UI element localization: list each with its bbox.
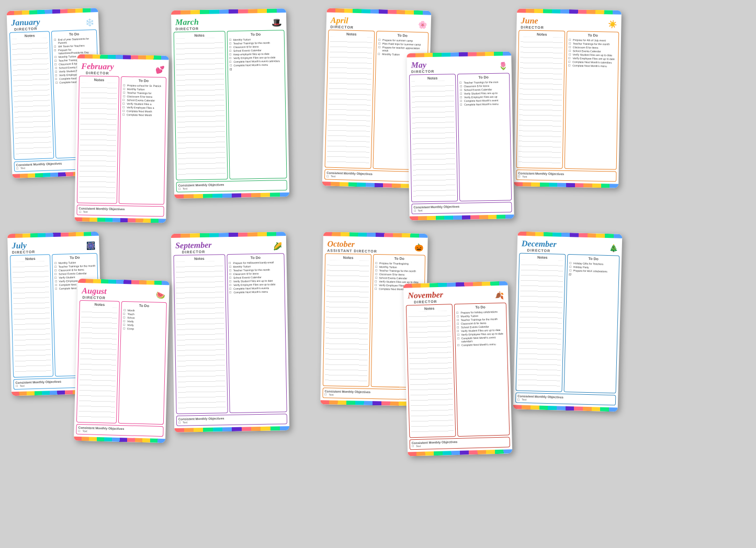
notes-section-may: Notes: [409, 74, 458, 202]
todo-item: Complete Next Month's menu: [457, 342, 505, 347]
todo-title-september: To Do: [229, 255, 282, 260]
page-container: January DIRECTOR ❄️ Notes To Do End of y…: [0, 0, 756, 548]
month-title-september: September: [175, 241, 212, 250]
todo-section-june: To Do Prepare for 4th of July event Teac…: [565, 31, 619, 170]
role-label-july: DIRECTOR: [12, 250, 36, 254]
notes-title-december: Notes: [521, 255, 563, 260]
role-label-february: DIRECTOR: [81, 71, 114, 75]
notes-title-september: Notes: [175, 256, 223, 261]
deco-december: 🎄: [609, 244, 618, 252]
deco-april: 🌸: [418, 20, 427, 29]
notes-section-june: Notes: [516, 30, 566, 169]
notes-section-september: Notes: [173, 254, 228, 414]
objectives-february: Consistent Monthly Objectives Text: [76, 205, 164, 217]
month-title-october: October: [327, 239, 377, 249]
notes-section-april: Notes: [324, 30, 375, 169]
month-title-december: December: [522, 239, 557, 249]
notes-section-january: Notes: [9, 31, 54, 160]
todo-title-december: To Do: [569, 256, 617, 261]
card-may: May DIRECTOR 🌷 Notes To Do Teacher Train…: [407, 51, 514, 220]
notes-section-november: Notes: [406, 304, 456, 438]
notes-title-january: Notes: [12, 33, 48, 38]
todo-item: Comp: [123, 326, 164, 331]
notes-title-february: Notes: [81, 78, 117, 82]
deco-september: 🌽: [273, 242, 282, 250]
rainbow-stripe-bottom-feb: [74, 217, 166, 223]
notes-title-july: Notes: [12, 256, 48, 261]
month-title-november: November: [408, 290, 443, 301]
card-june: June DIRECTOR ☀️ Notes To Do Prepare for…: [514, 8, 622, 188]
card-march: March DIRECTOR 🎩 Notes To Do Monthly Tui…: [171, 8, 289, 199]
todo-section-august: To Do Month Teach Schoo Verify Verify Co…: [118, 301, 167, 425]
role-label-june: DIRECTOR: [521, 25, 544, 29]
deco-feb: 💕: [155, 65, 164, 74]
todo-section-february: To Do Prepare school for St. Patrick Mon…: [119, 76, 166, 204]
deco-august: 🍉: [156, 290, 165, 299]
notes-title-june: Notes: [521, 32, 563, 36]
month-title-january: January: [11, 17, 40, 28]
card-november: November DIRECTOR 🍂 Notes To Do Prepare …: [403, 281, 513, 456]
notes-lines-march: [176, 38, 225, 178]
todo-item: Complete Next Month: [122, 112, 164, 117]
role-label-august: DIRECTOR: [82, 295, 106, 300]
todo-item: Complete Next Month's menu: [568, 63, 616, 68]
objectives-august: Consistent Monthly Objectives Text: [76, 424, 163, 437]
role-label-may: DIRECTOR: [411, 70, 435, 74]
notes-section-march: Notes: [174, 31, 228, 180]
deco-march: 🎩: [272, 17, 282, 27]
objectives-march: Consistent Monthly Objectives Text: [176, 180, 287, 192]
month-title-march: March: [175, 17, 199, 27]
role-label-september: DIRECTOR: [175, 250, 211, 254]
todo-title-april: To Do: [378, 33, 426, 38]
role-label-january: DIRECTOR: [12, 27, 40, 31]
objectives-may: Consistent Monthly Objectives Text: [411, 202, 512, 214]
notes-lines-august: [78, 307, 118, 421]
todo-title-october: To Do: [375, 256, 423, 261]
deco-october: 🎃: [414, 243, 423, 252]
notes-lines-december: [518, 260, 564, 390]
todo-title-may: To Do: [459, 75, 507, 79]
notes-lines-may: [411, 81, 456, 200]
notes-title-march: Notes: [176, 33, 223, 38]
notes-lines-july: [12, 261, 51, 375]
todo-title-august: To Do: [123, 303, 165, 308]
todo-title-july: To Do: [54, 255, 95, 260]
notes-lines-november: [408, 311, 454, 436]
notes-section-february: Notes: [77, 76, 119, 204]
notes-lines-october: [325, 260, 369, 384]
card-february: February DIRECTOR 💕 Notes To Do Prepare …: [74, 54, 169, 223]
deco-jan: ❄️: [85, 18, 95, 27]
notes-lines-february: [79, 83, 117, 202]
todo-section-november: To Do Prepare for holiday celebrations M…: [454, 303, 510, 437]
deco-june: ☀️: [608, 20, 617, 28]
notes-section-october: Notes: [323, 253, 372, 387]
notes-lines-april: [327, 37, 373, 167]
month-title-april: April: [331, 16, 354, 26]
todo-section-march: To Do Monthly Tuition Teacher Trainings …: [227, 30, 287, 179]
todo-title-june: To Do: [569, 33, 617, 38]
month-title-february: February: [81, 62, 114, 72]
deco-july: 🎆: [86, 241, 95, 249]
role-label-april: DIRECTOR: [330, 25, 354, 29]
role-label-march: DIRECTOR: [175, 27, 199, 31]
notes-title-august: Notes: [82, 302, 118, 307]
todo-item: Complete Next Month's menu: [460, 101, 508, 106]
notes-title-may: Notes: [411, 76, 454, 80]
notes-section-august: Notes: [76, 300, 120, 424]
month-title-june: June: [521, 16, 544, 26]
notes-section-december: Notes: [515, 253, 566, 392]
notes-title-november: Notes: [408, 306, 450, 311]
objectives-september: Consistent Monthly Objectives Text: [176, 414, 287, 426]
objectives-december: Consistent Monthly Objectives Text: [515, 392, 616, 405]
notes-title-april: Notes: [330, 32, 373, 37]
card-december: December DIRECTOR 🎄 Notes To Do Holiday …: [513, 231, 623, 412]
month-title-may: May: [411, 60, 434, 70]
notes-lines-september: [176, 261, 226, 412]
todo-title-november: To Do: [456, 305, 504, 310]
notes-lines-june: [518, 37, 563, 166]
objectives-november: Consistent Monthly Objectives Text: [410, 437, 510, 450]
todo-section-may: To Do Teacher Trainings for the mon Clas…: [457, 73, 512, 201]
deco-november: 🍂: [495, 291, 504, 299]
card-september: September DIRECTOR 🌽 Notes To Do Prepare…: [171, 232, 290, 432]
todo-item: Complete Next Month's menu: [229, 289, 283, 294]
